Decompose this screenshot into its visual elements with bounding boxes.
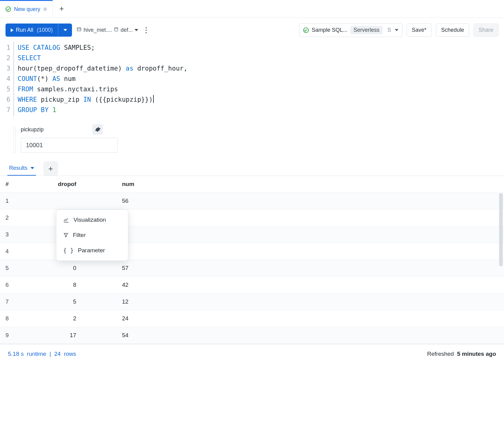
cell-num: 54 bbox=[88, 327, 504, 344]
cell-dropoff: 8 bbox=[18, 277, 88, 293]
schema-name: def... bbox=[121, 27, 133, 33]
toolbar: Run All (1000) hive_met.... def... Sampl… bbox=[0, 18, 504, 41]
tab-strip: New query + bbox=[0, 0, 504, 18]
cell-index: 8 bbox=[0, 310, 18, 327]
run-all-button[interactable]: Run All (1000) bbox=[5, 24, 58, 37]
cell-index: 2 bbox=[0, 210, 18, 226]
results-tab-label: Results bbox=[9, 165, 27, 171]
cell-num: 26 bbox=[88, 243, 504, 260]
cell-num: 69 bbox=[88, 210, 504, 226]
compute-sql-label: Sample SQL... bbox=[312, 27, 347, 33]
line-gutter: 1234567 bbox=[2, 41, 13, 116]
compute-selector[interactable]: Sample SQL... Serverless S bbox=[299, 23, 402, 37]
run-dropdown-button[interactable] bbox=[58, 24, 72, 37]
unsaved-indicator-icon bbox=[43, 7, 47, 11]
play-icon bbox=[11, 28, 13, 32]
editor-tab[interactable]: New query bbox=[0, 0, 53, 17]
parameter-settings-button[interactable] bbox=[92, 124, 103, 135]
cell-num: 57 bbox=[88, 260, 504, 277]
results-tab-bar: Results + bbox=[0, 161, 504, 176]
status-success-icon bbox=[5, 6, 11, 12]
table-row[interactable]: 5057 bbox=[0, 260, 504, 277]
svg-rect-0 bbox=[77, 28, 81, 31]
chevron-down-icon bbox=[135, 29, 138, 31]
chevron-down-icon bbox=[395, 29, 398, 31]
cell-num: 53 bbox=[88, 226, 504, 243]
cell-index: 6 bbox=[0, 277, 18, 293]
table-row[interactable]: 156 bbox=[0, 193, 504, 210]
rows-value: 24 bbox=[54, 351, 61, 357]
share-button: Share bbox=[473, 24, 499, 37]
status-success-icon bbox=[303, 27, 309, 33]
menu-label: Filter bbox=[73, 232, 86, 239]
parameter-widget: pickupzip bbox=[0, 116, 504, 156]
table-row[interactable]: 91754 bbox=[0, 327, 504, 344]
cell-index: 3 bbox=[0, 226, 18, 243]
run-count: (1000) bbox=[37, 27, 53, 33]
database-icon bbox=[76, 27, 82, 34]
catalog-selector[interactable]: hive_met.... def... bbox=[76, 27, 138, 34]
save-button[interactable]: Save* bbox=[407, 24, 432, 37]
cell-index: 1 bbox=[0, 193, 18, 210]
separator: | bbox=[49, 351, 51, 357]
col-dropoff[interactable]: dropof bbox=[18, 176, 88, 193]
cell-dropoff bbox=[18, 193, 88, 210]
cell-dropoff: 0 bbox=[18, 260, 88, 277]
cell-dropoff: 5 bbox=[18, 293, 88, 310]
sql-editor[interactable]: 1234567 USE CATALOG SAMPLES;SELECT hour(… bbox=[0, 41, 504, 116]
rows-label: rows bbox=[64, 351, 76, 357]
compute-badge: Serverless bbox=[351, 26, 383, 34]
run-button-group: Run All (1000) bbox=[5, 24, 72, 37]
cell-num: 56 bbox=[88, 193, 504, 210]
schedule-button[interactable]: Schedule bbox=[436, 24, 469, 37]
add-tab-button[interactable]: + bbox=[53, 4, 70, 13]
table-row[interactable]: 8224 bbox=[0, 310, 504, 327]
menu-item-visualization[interactable]: Visualization bbox=[56, 212, 128, 228]
scrollbar-thumb[interactable] bbox=[499, 193, 503, 266]
table-header-row: # dropof num bbox=[0, 176, 504, 193]
svg-point-1 bbox=[115, 27, 118, 29]
refreshed-label: Refreshed bbox=[427, 351, 454, 357]
gear-icon bbox=[95, 126, 101, 133]
refreshed-value: 5 minutes ago bbox=[457, 351, 496, 357]
runtime-label: runtime bbox=[27, 351, 46, 357]
results-footer: 5.18 s runtime | 24 rows Refreshed 5 min… bbox=[0, 344, 504, 363]
cell-dropoff: 2 bbox=[18, 310, 88, 327]
filter-icon bbox=[63, 232, 69, 238]
parameter-name: pickupzip bbox=[21, 126, 44, 133]
run-label: Run All bbox=[16, 27, 33, 33]
add-result-button[interactable]: + bbox=[43, 161, 58, 176]
cell-index: 7 bbox=[0, 293, 18, 310]
drag-handle-icon[interactable] bbox=[13, 126, 16, 153]
tab-label: New query bbox=[14, 6, 40, 13]
cell-num: 42 bbox=[88, 277, 504, 293]
chevron-down-icon bbox=[31, 167, 34, 169]
cell-index: 9 bbox=[0, 327, 18, 344]
cell-dropoff: 17 bbox=[18, 327, 88, 344]
cell-num: 12 bbox=[88, 293, 504, 310]
chevron-down-icon bbox=[63, 29, 67, 31]
results-tab[interactable]: Results bbox=[7, 161, 36, 176]
menu-label: Parameter bbox=[78, 247, 105, 254]
refreshed-summary: Refreshed 5 minutes ago bbox=[427, 351, 496, 357]
cell-num: 24 bbox=[88, 310, 504, 327]
table-row[interactable]: 6842 bbox=[0, 277, 504, 293]
braces-icon: { } bbox=[63, 247, 74, 254]
menu-item-filter[interactable]: Filter bbox=[56, 228, 128, 243]
parameter-value-input[interactable] bbox=[21, 138, 118, 153]
menu-label: Visualization bbox=[74, 217, 106, 223]
runtime-summary: 5.18 s runtime | 24 rows bbox=[8, 351, 76, 357]
runtime-value: 5.18 s bbox=[8, 351, 24, 357]
cell-index: 4 bbox=[0, 243, 18, 260]
compute-size-label: S bbox=[387, 27, 391, 33]
table-row[interactable]: 7512 bbox=[0, 293, 504, 310]
cell-index: 5 bbox=[0, 260, 18, 277]
col-num[interactable]: num bbox=[88, 176, 504, 193]
add-result-menu: Visualization Filter { } Parameter bbox=[56, 210, 128, 261]
chart-icon bbox=[63, 217, 69, 223]
code-area[interactable]: USE CATALOG SAMPLES;SELECT hour(tpep_dro… bbox=[13, 41, 187, 116]
schema-icon bbox=[114, 27, 119, 34]
more-options-button[interactable] bbox=[142, 25, 150, 35]
col-index[interactable]: # bbox=[0, 176, 18, 193]
menu-item-parameter[interactable]: { } Parameter bbox=[56, 243, 128, 258]
